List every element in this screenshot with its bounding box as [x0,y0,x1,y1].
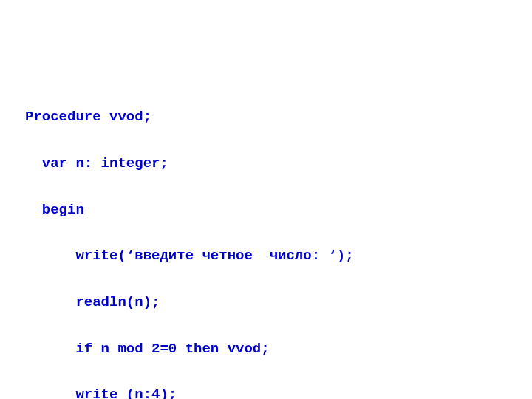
code-line: write (n:4); [25,383,532,399]
code-line: begin [25,199,532,222]
code-line: if n mod 2=0 then vvod; [25,338,532,361]
code-line: write(‘введите четное число: ‘); [25,245,532,267]
code-block: Procedure vvod; var n: integer; begin wr… [0,0,532,399]
code-line: readln(n); [25,291,532,314]
code-line: Procedure vvod; [25,106,532,129]
code-line: var n: integer; [25,152,532,175]
